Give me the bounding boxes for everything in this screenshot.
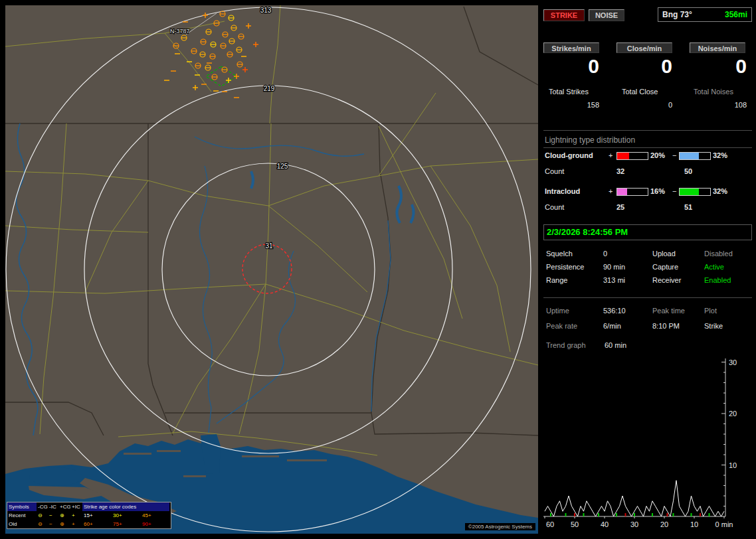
legend-recent-label: Recent <box>7 511 37 520</box>
datetime-box: 2/3/2026 8:24:56 PM <box>543 224 752 240</box>
age-15: 15+ <box>82 511 112 520</box>
station-label: N-3787 <box>170 28 190 35</box>
age-90: 90+ <box>141 520 169 528</box>
cloud-ground-label: Cloud-ground <box>545 151 593 159</box>
map-svg: 313 219 125 31 N-3787 <box>5 5 538 534</box>
recent-cg-neg-icon: ⊖ <box>37 511 48 520</box>
svg-text:40: 40 <box>601 520 609 528</box>
status-row-persistence: Persistence 90 min Capture Active <box>543 263 752 273</box>
count-label: Count <box>545 167 564 175</box>
svg-text:60: 60 <box>546 520 554 528</box>
cg-positive-count: 32 <box>616 167 624 175</box>
status-row-squelch: Squelch 0 Upload Disabled <box>543 250 752 260</box>
minus-sign: − <box>672 187 676 195</box>
uptime-value: 536:10 <box>603 307 626 315</box>
range-ring-label-31: 31 <box>265 242 273 250</box>
close-per-min-button[interactable]: Close/min <box>616 42 672 53</box>
capture-status: Active <box>704 263 724 271</box>
stats-row-peak-rate: Peak rate 6/min 8:10 PM Strike <box>543 322 752 333</box>
age-75: 75+ <box>112 520 141 528</box>
bearing-range-value: 356mi <box>725 10 747 19</box>
cg-positive-pct: 20% <box>650 151 665 159</box>
legend-old-row: Old ⊖ − ⊕ + 60+ 75+ 90+ <box>7 520 171 528</box>
legend-col-+cg: +CG <box>58 502 70 511</box>
upload-status: Disabled <box>704 250 733 258</box>
age-45: 45+ <box>141 511 169 520</box>
peak-time-value: 8:10 PM <box>652 322 680 330</box>
lake <box>29 467 82 486</box>
separator <box>543 130 752 131</box>
plus-sign: + <box>609 187 613 195</box>
old-cg-neg-icon: ⊖ <box>37 520 48 528</box>
separator <box>543 297 752 298</box>
legend-header-row: Symbols -CG -IC +CG +IC Strike age color… <box>7 502 171 511</box>
strike-rate-value: 0 <box>543 56 599 77</box>
separator <box>543 147 752 148</box>
recent-cg-pos-icon: ⊕ <box>58 511 70 520</box>
age-60: 60+ <box>82 520 112 528</box>
uptime-label: Uptime <box>546 307 569 315</box>
ic-negative-bar <box>679 188 711 196</box>
old-cg-pos-icon: ⊕ <box>58 520 70 528</box>
trend-graph-label: Trend graph <box>546 341 586 349</box>
range-ring-label-125: 125 <box>277 163 288 170</box>
total-close-value: 0 <box>616 101 672 109</box>
noises-per-min-button[interactable]: Noises/min <box>690 42 745 53</box>
trend-window-value: 60 min <box>605 341 626 349</box>
upload-label: Upload <box>652 250 676 258</box>
ic-positive-bar <box>616 188 648 196</box>
ic-negative-count: 51 <box>684 203 692 211</box>
legend-old-label: Old <box>7 520 37 528</box>
trend-graph-svg: 1020306050403020100 min <box>543 357 752 534</box>
persistence-value: 90 min <box>603 263 625 271</box>
minus-sign: − <box>672 151 676 159</box>
range-value: 313 mi <box>603 276 625 284</box>
recent-ic-pos-icon: + <box>70 511 82 520</box>
trend-graph: 1020306050403020100 min <box>543 357 752 534</box>
datetime-value: 2/3/2026 8:24:56 PM <box>544 225 751 239</box>
ic-positive-pct: 16% <box>650 187 665 195</box>
close-rate-value: 0 <box>616 56 672 77</box>
peak-rate-label: Peak rate <box>546 322 577 330</box>
intracloud-label: Intracloud <box>545 187 580 195</box>
copyright-text: ©2005 Astrogenic Systems <box>465 523 535 530</box>
cg-negative-bar <box>679 152 711 160</box>
svg-text:20: 20 <box>729 410 737 418</box>
squelch-label: Squelch <box>546 250 573 258</box>
noise-button[interactable]: NOISE <box>589 9 624 21</box>
plot-label: Plot <box>704 307 717 315</box>
cg-positive-bar <box>616 152 648 160</box>
receiver-status: Enabled <box>704 276 731 284</box>
stats-row-uptime: Uptime 536:10 Peak time Plot <box>543 307 752 317</box>
range-label: Range <box>546 276 567 284</box>
svg-text:50: 50 <box>571 520 579 528</box>
plot-value: Strike <box>704 322 723 330</box>
noise-rate-value: 0 <box>690 56 747 77</box>
plus-sign: + <box>609 151 613 159</box>
strike-button[interactable]: STRIKE <box>543 9 585 21</box>
map-display[interactable]: 313 219 125 31 N-3787 Symbols -CG -IC +C… <box>5 5 538 534</box>
strikes-per-min-button[interactable]: Strikes/min <box>543 42 599 53</box>
peak-rate-value: 6/min <box>603 322 621 330</box>
svg-text:10: 10 <box>690 520 698 528</box>
cloud-ground-count-row: Count 32 50 <box>543 167 752 177</box>
svg-text:0 min: 0 min <box>715 520 733 528</box>
legend-col-+ic: +IC <box>70 502 82 511</box>
age-30: 30+ <box>112 511 141 520</box>
persistence-label: Persistence <box>546 263 584 271</box>
svg-text:30: 30 <box>729 358 737 366</box>
squelch-value: 0 <box>603 250 607 258</box>
ic-negative-pct: 32% <box>713 187 727 195</box>
range-ring-label-313: 313 <box>260 7 272 14</box>
old-ic-neg-icon: − <box>48 520 58 528</box>
legend-recent-row: Recent ⊖ − ⊕ + 15+ 30+ 45+ <box>7 511 171 520</box>
status-panel: STRIKE NOISE Bng 73° 356mi Strikes/min C… <box>543 5 752 534</box>
legend-symbols-header: Symbols <box>7 502 37 511</box>
trend-graph-row: Trend graph 60 min <box>543 341 752 352</box>
count-label: Count <box>545 203 564 211</box>
cg-negative-pct: 32% <box>713 151 727 159</box>
map-legend: Symbols -CG -IC +CG +IC Strike age color… <box>7 502 171 529</box>
app-window: 313 219 125 31 N-3787 Symbols -CG -IC +C… <box>0 0 756 539</box>
recent-ic-neg-icon: − <box>48 511 58 520</box>
distribution-title: Lightning type distribution <box>545 135 635 145</box>
